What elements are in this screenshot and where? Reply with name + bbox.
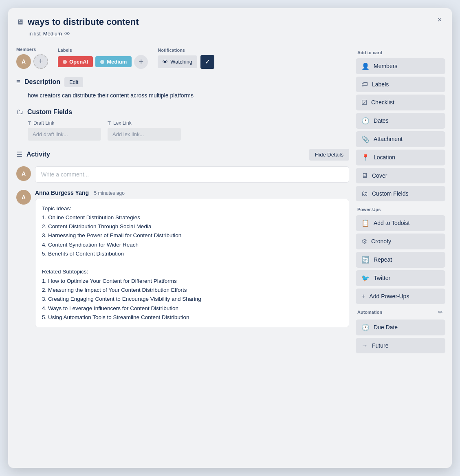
todoist-sidebar-icon: 📋: [361, 219, 370, 227]
checklist-sidebar-label: Checklist: [371, 99, 394, 106]
add-power-ups-label: Add Power-Ups: [369, 293, 409, 300]
twitter-sidebar-icon: 🐦: [361, 274, 370, 282]
dates-sidebar-button[interactable]: 🕐 Dates: [356, 113, 445, 129]
modal-body: Members A + Labels: [16, 47, 445, 353]
medium-label[interactable]: Medium: [95, 56, 132, 67]
labels-items: OpenAI Medium +: [58, 55, 148, 69]
custom-fields-icon: 🗂: [16, 108, 23, 116]
lex-link-input[interactable]: Add lex link...: [108, 128, 181, 141]
activity-icon: ☰: [16, 150, 22, 159]
repeat-sidebar-icon: 🔄: [361, 256, 370, 264]
lex-link-label-row: T Lex Link: [108, 120, 181, 126]
card-title-row: 🖥 ways to distribute content: [16, 16, 445, 28]
medium-label-text: Medium: [107, 59, 127, 65]
dates-sidebar-icon: 🕐: [361, 117, 370, 125]
future-automation-button[interactable]: → Future: [356, 338, 445, 353]
future-automation-icon: →: [361, 342, 368, 349]
entry-avatar-initials: A: [22, 194, 26, 201]
twitter-sidebar-button[interactable]: 🐦 Twitter: [356, 270, 445, 286]
description-header: ≡ Description Edit: [16, 77, 349, 87]
edit-description-button[interactable]: Edit: [64, 77, 83, 87]
draft-link-label-row: T Draft Link: [28, 120, 101, 126]
activity-entry: A Anna Burgess Yang 5 minutes ago Topic …: [16, 189, 349, 327]
due-date-automation-label: Due Date: [374, 324, 398, 331]
add-label-icon: +: [139, 57, 144, 66]
location-sidebar-label: Location: [374, 154, 395, 161]
close-button[interactable]: ×: [433, 13, 446, 26]
activity-header: ☰ Activity Hide Details: [16, 149, 349, 161]
activity-section: ☰ Activity Hide Details A Write a commen…: [16, 149, 349, 327]
medium-dot: [100, 60, 104, 64]
description-section: ≡ Description Edit how creators can dist…: [16, 77, 349, 100]
watching-check[interactable]: ✓: [200, 55, 214, 69]
list-link[interactable]: Medium: [43, 31, 62, 37]
card-subtitle: in list Medium 👁: [29, 31, 445, 37]
add-member-button[interactable]: +: [33, 54, 48, 69]
location-sidebar-icon: 📍: [361, 154, 370, 161]
pencil-icon: ✏: [438, 309, 443, 315]
entry-avatar: A: [16, 190, 31, 205]
members-items: A +: [16, 54, 48, 69]
comment-input[interactable]: Write a comment...: [35, 166, 349, 183]
cronofy-sidebar-button[interactable]: ⚙ Cronofy: [356, 234, 445, 249]
custom-fields-row: T Draft Link Add draft link... T Lex Lin…: [28, 120, 349, 141]
custom-fields-sidebar-label: Custom Fields: [372, 190, 408, 197]
comment-row: A Write a comment...: [16, 166, 349, 183]
custom-fields-title: Custom Fields: [27, 108, 72, 116]
close-icon: ×: [437, 15, 442, 24]
members-sidebar-icon: 👤: [361, 62, 370, 70]
watching-items: 👁 Watching ✓: [158, 55, 214, 69]
avatar-initials: A: [22, 58, 26, 65]
notifications-group: Notifications 👁 Watching ✓: [158, 48, 214, 69]
due-date-automation-icon: 🕐: [361, 324, 370, 331]
location-sidebar-button[interactable]: 📍 Location: [356, 150, 445, 165]
labels-sidebar-button[interactable]: 🏷 Labels: [356, 77, 445, 92]
attachment-sidebar-button[interactable]: 📎 Attachment: [356, 131, 445, 147]
members-group: Members A +: [16, 47, 48, 69]
openai-dot: [63, 60, 67, 64]
labels-label: Labels: [58, 48, 148, 53]
commenter-initials: A: [22, 170, 26, 177]
openai-label-text: OpenAI: [69, 59, 88, 65]
attachment-sidebar-label: Attachment: [374, 136, 403, 142]
cover-sidebar-label: Cover: [372, 172, 387, 179]
future-automation-label: Future: [372, 342, 388, 349]
members-sidebar-button[interactable]: 👤 Members: [356, 58, 445, 74]
card-type-icon: 🖥: [16, 18, 24, 26]
repeat-sidebar-button[interactable]: 🔄 Repeat: [356, 252, 445, 268]
due-date-automation-button[interactable]: 🕐 Due Date: [356, 320, 445, 335]
automation-label: Automation: [357, 310, 382, 315]
entry-text: Topic Ideas: 1. Online Content Distribut…: [42, 205, 201, 320]
entry-author: Anna Burgess Yang: [35, 190, 89, 196]
labels-sidebar-label: Labels: [372, 81, 389, 88]
activity-title-group: ☰ Activity: [16, 150, 50, 159]
watching-button[interactable]: 👁 Watching: [158, 55, 197, 68]
cover-sidebar-button[interactable]: 🖥 Cover: [356, 168, 445, 183]
add-power-ups-button[interactable]: + Add Power-Ups: [356, 289, 445, 304]
custom-fields-sidebar-icon: 🗂: [361, 190, 368, 197]
card-modal: × 🖥 ways to distribute content in list M…: [8, 8, 452, 468]
labels-group: Labels OpenAI Medium +: [58, 48, 148, 69]
lex-link-type-icon: T: [108, 120, 111, 126]
checklist-sidebar-button[interactable]: ☑ Checklist: [356, 95, 445, 110]
add-member-icon: +: [39, 57, 43, 66]
add-power-ups-icon: +: [361, 293, 365, 300]
openai-label[interactable]: OpenAI: [58, 56, 93, 67]
entry-body: Anna Burgess Yang 5 minutes ago Topic Id…: [35, 189, 349, 327]
todoist-sidebar-button[interactable]: 📋 Add to Todoist: [356, 215, 445, 231]
automation-edit-button[interactable]: ✏: [437, 308, 444, 316]
custom-fields-section: 🗂 Custom Fields T Draft Link Add draft l…: [16, 108, 349, 141]
members-sidebar-label: Members: [374, 63, 397, 69]
avatar[interactable]: A: [16, 54, 31, 69]
lex-link-field: T Lex Link Add lex link...: [108, 120, 181, 141]
entry-header: Anna Burgess Yang 5 minutes ago: [35, 189, 349, 196]
draft-link-field: T Draft Link Add draft link...: [28, 120, 101, 141]
add-label-button[interactable]: +: [134, 55, 148, 69]
hide-details-button[interactable]: Hide Details: [309, 149, 349, 161]
lex-link-placeholder: Add lex link...: [112, 131, 144, 137]
draft-link-input[interactable]: Add draft link...: [28, 128, 101, 141]
todoist-sidebar-label: Add to Todoist: [374, 220, 409, 226]
custom-fields-sidebar-button[interactable]: 🗂 Custom Fields: [356, 186, 445, 201]
cronofy-sidebar-icon: ⚙: [361, 238, 367, 245]
entry-content: Topic Ideas: 1. Online Content Distribut…: [35, 199, 349, 327]
